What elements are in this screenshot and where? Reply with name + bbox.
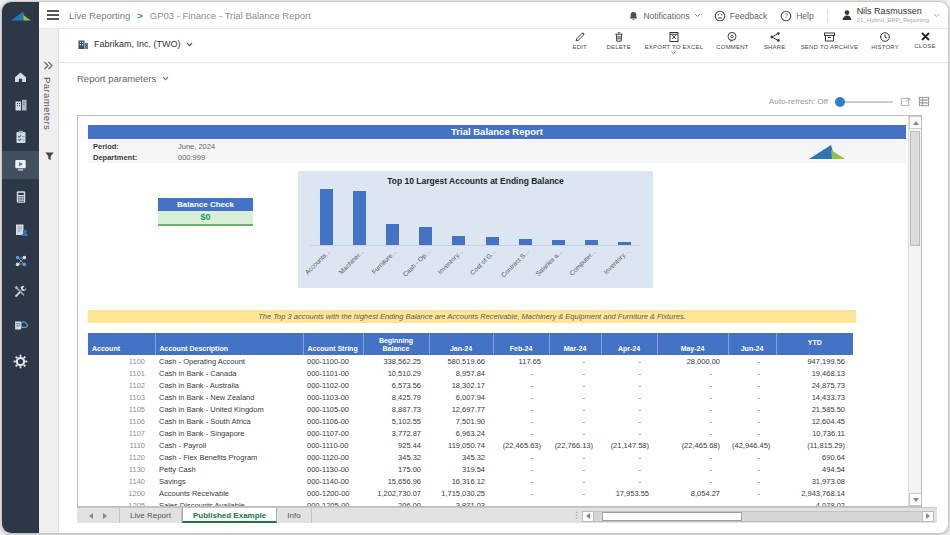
- menu-toggle-icon[interactable]: [47, 10, 59, 20]
- sidebar-item-cloud-integration[interactable]: [2, 310, 39, 338]
- home-icon: [12, 69, 29, 85]
- report-viewer-icon: [12, 157, 29, 173]
- splitter-handle[interactable]: ⋮: [572, 510, 581, 520]
- scroll-down-button[interactable]: [909, 493, 922, 506]
- insight-note: The Top 3 accounts with the highest Endi…: [88, 310, 856, 323]
- sidebar: [2, 29, 39, 534]
- chart-bar: [320, 189, 333, 245]
- table-row: 1106Cash in Bank - South Africa000-1106-…: [88, 415, 853, 427]
- sidebar-item-report-viewer[interactable]: [2, 151, 39, 179]
- report-canvas: Trial Balance Report Period: June, 2024 …: [77, 115, 922, 507]
- app-logo[interactable]: [2, 2, 39, 29]
- edit-button[interactable]: EDIT: [567, 31, 593, 50]
- sidebar-item-budgeting[interactable]: [2, 183, 39, 211]
- filter-icon: [44, 151, 55, 162]
- breadcrumb-separator: >: [137, 10, 143, 21]
- export-to-excel-button[interactable]: EXPORT TO EXCEL: [645, 31, 704, 55]
- table-view-icon[interactable]: [918, 96, 930, 107]
- companies-icon: [13, 97, 29, 113]
- auto-refresh-slider[interactable]: [835, 97, 893, 107]
- delete-icon: [613, 31, 625, 43]
- table-row: 1107Cash in Bank - Singapore000-1107-003…: [88, 427, 853, 439]
- table-row: 1200Accounts Receivable000-1200-001,202,…: [88, 487, 853, 499]
- horizontal-scrollbar[interactable]: [582, 511, 934, 522]
- scroll-right-button[interactable]: [922, 511, 934, 522]
- top-bar: Live Reporting > GP03 - Finance - Trial …: [2, 2, 948, 29]
- sidebar-item-tasks[interactable]: [2, 123, 39, 151]
- table-row: 1110Cash - Payroll000-1110-00925.44119,0…: [88, 439, 853, 451]
- close-button[interactable]: CLOSE: [912, 31, 938, 49]
- share-button[interactable]: SHARE: [762, 31, 788, 50]
- chart-category-label: Salaries a...: [534, 248, 563, 277]
- sidebar-item-workflow[interactable]: [2, 247, 39, 275]
- sidebar-item-report-designer[interactable]: [2, 216, 39, 244]
- table-row: 1100Cash - Operating Account000-1100-003…: [88, 355, 853, 367]
- vertical-scroll-thumb[interactable]: [910, 131, 920, 246]
- slider-knob[interactable]: [835, 97, 845, 107]
- history-button[interactable]: HISTORY: [871, 31, 899, 50]
- popout-icon[interactable]: [900, 96, 911, 107]
- company-name: Fabrikam, Inc. (TWO): [94, 39, 181, 49]
- auto-refresh-label: Auto-refresh: Off: [769, 97, 828, 106]
- app-window: Live Reporting > GP03 - Finance - Trial …: [1, 1, 949, 534]
- context-bar: Fabrikam, Inc. (TWO) EDITDELETEEXPORT TO…: [59, 29, 949, 63]
- sidebar-item-settings[interactable]: [2, 347, 39, 375]
- sidebar-item-home[interactable]: [2, 63, 39, 91]
- chart-bar: [452, 236, 465, 245]
- column-header-may-24: May-24: [657, 333, 728, 355]
- brand-triangle-icon: [10, 10, 32, 22]
- parameters-panel-collapsed[interactable]: Parameters: [39, 29, 59, 534]
- help-button[interactable]: ? Help: [780, 10, 813, 22]
- chart-bar-group: Inventory...: [442, 190, 475, 245]
- sidebar-item-companies[interactable]: [2, 91, 39, 119]
- tab-prev-icon[interactable]: [89, 513, 93, 519]
- chart-category-label: Cost of G...: [469, 248, 497, 276]
- page-title: GP03 - Finance - Trial Balance Report: [150, 10, 311, 21]
- department-label: Department:: [93, 153, 137, 162]
- settings-icon: [12, 353, 29, 370]
- tab-published-example[interactable]: Published Example: [182, 508, 277, 523]
- table-header-row: AccountAccount DescriptionAccount String…: [88, 333, 853, 355]
- chart-bar: [519, 239, 532, 245]
- chart-bar-group: Contract S...: [509, 190, 542, 245]
- chart-category-label: Accounts...: [304, 248, 332, 276]
- column-header-jan-24: Jan-24: [429, 333, 493, 355]
- breadcrumb-root[interactable]: Live Reporting: [69, 10, 130, 21]
- share-icon: [769, 31, 781, 43]
- notifications-button[interactable]: Notifications: [628, 10, 700, 22]
- tab-info[interactable]: Info: [277, 508, 311, 523]
- top-accounts-chart: Top 10 Largest Accounts at Ending Balanc…: [298, 171, 653, 288]
- chart-bar-group: Inventory...: [608, 190, 641, 245]
- scroll-left-button[interactable]: [582, 511, 594, 522]
- scroll-up-button[interactable]: [909, 116, 922, 129]
- comment-button[interactable]: COMMENT: [716, 31, 748, 50]
- chart-bar: [353, 191, 366, 245]
- expand-chevrons-icon[interactable]: [43, 61, 54, 70]
- table-row: 1205Sales Discounts Available000-1205-00…: [88, 499, 853, 507]
- column-header-beginning-balance: Beginning Balance: [363, 333, 429, 355]
- user-menu[interactable]: Nils Rasmussen 21_Hybrid_ERP_Reporting: [841, 7, 940, 23]
- tab-next-icon[interactable]: [103, 513, 107, 519]
- balance-check-label: Balance Check: [158, 198, 253, 211]
- company-selector[interactable]: Fabrikam, Inc. (TWO): [77, 38, 193, 50]
- tab-live-report[interactable]: Live Report: [120, 508, 182, 523]
- sidebar-item-admin-tools[interactable]: [2, 278, 39, 306]
- period-value: June, 2024: [178, 142, 215, 151]
- admin-tools-icon: [12, 284, 29, 300]
- report-parameters-toggle[interactable]: Report parameters: [77, 73, 169, 84]
- close-icon: [920, 31, 931, 42]
- breadcrumb: Live Reporting > GP03 - Finance - Trial …: [69, 2, 311, 29]
- delete-button[interactable]: DELETE: [606, 31, 632, 50]
- send-to-archive-icon: [823, 31, 836, 43]
- horizontal-scroll-thumb[interactable]: [602, 512, 742, 521]
- trial-balance-table: AccountAccount DescriptionAccount String…: [88, 333, 853, 507]
- parameters-panel-label: Parameters: [42, 77, 53, 130]
- vertical-scrollbar[interactable]: [908, 116, 921, 506]
- chart-bar: [419, 227, 432, 245]
- tab-nav: [77, 508, 120, 523]
- feedback-face-icon: [714, 10, 726, 22]
- chart-plot: Accounts...Machiner...Furniture...Cash -…: [310, 190, 641, 246]
- user-icon: [841, 9, 853, 21]
- feedback-button[interactable]: Feedback: [714, 10, 767, 22]
- send-to-archive-button[interactable]: SEND TO ARCHIVE: [801, 31, 858, 50]
